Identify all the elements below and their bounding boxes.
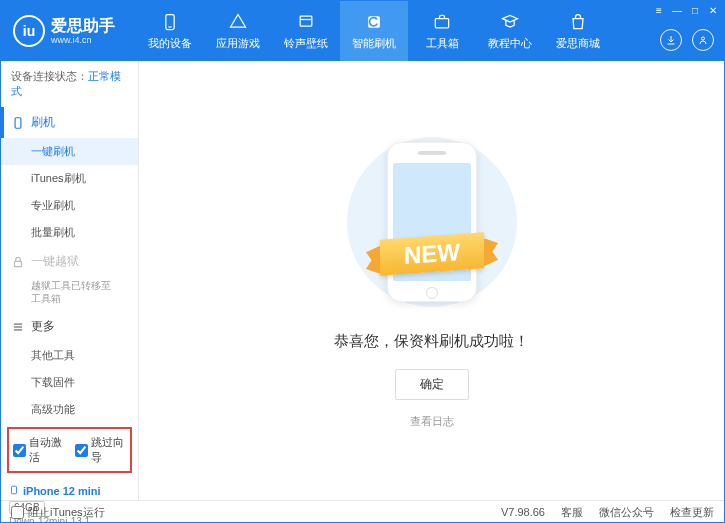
window-controls: ≡ — □ ✕: [652, 3, 720, 17]
nav-label: 爱思商城: [556, 36, 600, 51]
nav-label: 我的设备: [148, 36, 192, 51]
phone-illustration: [387, 142, 477, 302]
more-icon: [11, 320, 25, 334]
connection-status: 设备连接状态：正常模式: [1, 61, 138, 107]
user-icon[interactable]: [692, 29, 714, 51]
hero-illustration: NEW: [332, 132, 532, 312]
body-area: 设备连接状态：正常模式 刷机 一键刷机 iTunes刷机 专业刷机 批量刷机 一…: [1, 61, 724, 500]
checkbox-label: 跳过向导: [91, 435, 127, 465]
wechat-link[interactable]: 微信公众号: [599, 505, 654, 520]
menu-icon[interactable]: ≡: [652, 3, 666, 17]
nav-store[interactable]: 爱思商城: [544, 1, 612, 61]
main-content: NEW 恭喜您，保资料刷机成功啦！ 确定 查看日志: [139, 61, 724, 500]
header-right-icons: [660, 29, 714, 51]
nav-flash[interactable]: 智能刷机: [340, 1, 408, 61]
svg-rect-8: [15, 261, 22, 266]
nav-label: 应用游戏: [216, 36, 260, 51]
view-log-link[interactable]: 查看日志: [410, 414, 454, 429]
block-itunes-label: 阻止iTunes运行: [28, 505, 105, 520]
section-label: 一键越狱: [31, 253, 79, 270]
sidebar: 设备连接状态：正常模式 刷机 一键刷机 iTunes刷机 专业刷机 批量刷机 一…: [1, 61, 139, 500]
nav-label: 智能刷机: [352, 36, 396, 51]
nav-ringtone[interactable]: 铃声壁纸: [272, 1, 340, 61]
nav-apps[interactable]: 应用游戏: [204, 1, 272, 61]
status-label: 设备连接状态：: [11, 70, 88, 82]
checkbox-skip-guide[interactable]: 跳过向导: [75, 435, 127, 465]
sidebar-item-advanced[interactable]: 高级功能: [1, 396, 138, 423]
logo-area: iu 爱思助手 www.i4.cn: [1, 15, 136, 47]
svg-rect-5: [435, 18, 448, 27]
svg-rect-7: [15, 117, 21, 128]
version-label: V7.98.66: [501, 506, 545, 518]
nav-label: 铃声壁纸: [284, 36, 328, 51]
sidebar-item-pro-flash[interactable]: 专业刷机: [1, 192, 138, 219]
sidebar-item-oneclick-flash[interactable]: 一键刷机: [1, 138, 138, 165]
section-label: 刷机: [31, 114, 55, 131]
lock-icon: [11, 255, 25, 269]
svg-rect-2: [300, 16, 312, 26]
nav-label: 工具箱: [426, 36, 459, 51]
svg-rect-12: [12, 486, 17, 494]
app-header: iu 爱思助手 www.i4.cn 我的设备 应用游戏 铃声壁纸 智能刷机 工具…: [1, 1, 724, 61]
block-itunes-checkbox[interactable]: 阻止iTunes运行: [11, 505, 105, 520]
checkbox-auto-activate[interactable]: 自动激活: [13, 435, 65, 465]
nav-toolbox[interactable]: 工具箱: [408, 1, 476, 61]
app-name: 爱思助手: [51, 17, 115, 35]
sidebar-item-batch-flash[interactable]: 批量刷机: [1, 219, 138, 246]
section-label: 更多: [31, 318, 55, 335]
app-url: www.i4.cn: [51, 35, 115, 45]
block-itunes-input[interactable]: [11, 506, 24, 519]
ringtone-icon: [296, 12, 316, 32]
download-icon[interactable]: [660, 29, 682, 51]
nav-tutorial[interactable]: 教程中心: [476, 1, 544, 61]
sidebar-item-other-tools[interactable]: 其他工具: [1, 342, 138, 369]
checkbox-highlight-box: 自动激活 跳过向导: [7, 427, 132, 473]
toolbox-icon: [432, 12, 452, 32]
sidebar-item-itunes-flash[interactable]: iTunes刷机: [1, 165, 138, 192]
store-icon: [568, 12, 588, 32]
skip-guide-input[interactable]: [75, 444, 88, 457]
section-jailbreak: 一键越狱: [1, 246, 138, 277]
tutorial-icon: [500, 12, 520, 32]
section-flash[interactable]: 刷机: [1, 107, 138, 138]
auto-activate-input[interactable]: [13, 444, 26, 457]
check-update-link[interactable]: 检查更新: [670, 505, 714, 520]
customer-service-link[interactable]: 客服: [561, 505, 583, 520]
logo-icon: iu: [13, 15, 45, 47]
new-ribbon: NEW: [380, 232, 484, 275]
maximize-icon[interactable]: □: [688, 3, 702, 17]
phone-icon: [11, 116, 25, 130]
nav-label: 教程中心: [488, 36, 532, 51]
section-more[interactable]: 更多: [1, 311, 138, 342]
minimize-icon[interactable]: —: [670, 3, 684, 17]
device-phone-icon: [9, 483, 19, 499]
sidebar-item-download-firmware[interactable]: 下载固件: [1, 369, 138, 396]
main-nav: 我的设备 应用游戏 铃声壁纸 智能刷机 工具箱 教程中心 爱思商城: [136, 1, 724, 61]
svg-point-6: [702, 37, 705, 40]
confirm-button[interactable]: 确定: [395, 369, 469, 400]
device-name: iPhone 12 mini: [9, 483, 130, 499]
flash-icon: [364, 12, 384, 32]
apps-icon: [228, 12, 248, 32]
device-icon: [160, 12, 180, 32]
checkbox-label: 自动激活: [29, 435, 65, 465]
jailbreak-note: 越狱工具已转移至 工具箱: [1, 277, 138, 311]
nav-my-device[interactable]: 我的设备: [136, 1, 204, 61]
success-message: 恭喜您，保资料刷机成功啦！: [334, 332, 529, 351]
close-icon[interactable]: ✕: [706, 3, 720, 17]
